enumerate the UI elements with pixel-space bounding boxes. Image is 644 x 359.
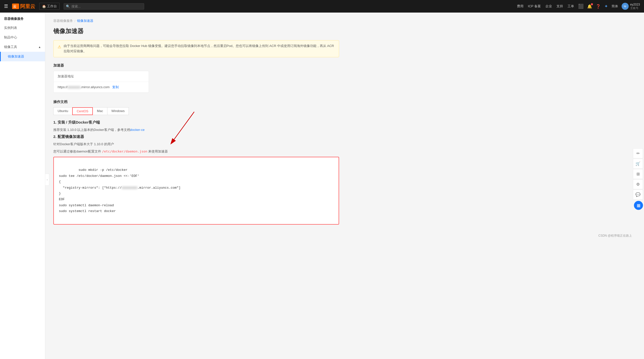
breadcrumb-sep: / (74, 19, 75, 23)
sidebar-section-title: 容器镜像服务 (0, 13, 45, 23)
float-chat-button[interactable]: 💬 (633, 189, 643, 199)
tab-centos[interactable]: CentOS (72, 107, 93, 115)
breadcrumb-current: 镜像加速器 (77, 19, 93, 23)
nav-enterprise[interactable]: 企业 (545, 4, 552, 9)
sidebar: 容器镜像服务 实例列表 制品中心 镜像工具 ▲ 镜像加速器 (0, 13, 45, 359)
float-settings-button[interactable]: ⚙ (633, 179, 643, 189)
code-block: sudo mkdir -p /etc/docker sudo tee /etc/… (53, 157, 339, 225)
chevron-up-icon: ▲ (38, 45, 41, 48)
nav-icp[interactable]: ICP 备案 (528, 4, 541, 9)
user-details: ey2023 主账号 (630, 3, 640, 10)
search-icon: 🔍 (66, 5, 70, 8)
search-input[interactable] (71, 5, 142, 8)
nav-workorder[interactable]: 工单 (568, 4, 574, 9)
language-switch[interactable]: 简体 (612, 4, 618, 9)
nav-cost[interactable]: 费用 (517, 4, 524, 9)
step2-desc2: 您可以通过修改daemon配置文件 /etc/docker/daemon.jso… (53, 149, 339, 154)
page-title: 镜像加速器 (53, 27, 339, 35)
top-nav: ☰ 云 阿里云 🏠 工作台 🔍 费用 ICP 备案 企业 支持 工单 ⬛ 🔔 ❓… (0, 0, 644, 13)
accelerator-box: 加速器地址 https://xxxxxxxx.mirror.aliyuncs.c… (53, 71, 149, 93)
sidebar-collapse-button[interactable]: ‹ (45, 174, 49, 186)
tab-mac[interactable]: Mac (93, 107, 107, 115)
monitor-icon[interactable]: ⬛ (578, 4, 584, 9)
tab-ubuntu[interactable]: Ubuntu (53, 107, 72, 115)
warning-icon: ⚠ (58, 44, 61, 50)
accelerator-section-title: 加速器 (53, 63, 339, 68)
home-icon: 🏠 (42, 5, 46, 8)
step2-desc1: 针对Docker客户端版本大于 1.10.0 的用户 (53, 142, 339, 147)
sidebar-item-instances[interactable]: 实例列表 (0, 23, 45, 33)
warning-banner: ⚠ 由于当前运营商网络问题，可能会导致您拉取 Docker Hub 镜像变慢。建… (53, 40, 339, 57)
main-content: 容器镜像服务 / 镜像加速器 镜像加速器 ⚠ 由于当前运营商网络问题，可能会导致… (45, 13, 644, 359)
warning-text: 由于当前运营商网络问题，可能会导致您拉取 Docker Hub 镜像变慢。建议您… (64, 43, 335, 54)
tabs: Ubuntu CentOS Mac Windows (53, 107, 339, 115)
user-sub: 主账号 (630, 6, 640, 10)
right-float-panel: ✏ 🛒 ⊞ ⚙ 💬 ▦ (633, 148, 644, 211)
step1-title: 1. 安装 / 升级Docker客户端 (53, 120, 339, 125)
copy-button[interactable]: 复制 (112, 85, 119, 89)
sidebar-item-accelerator[interactable]: 镜像加速器 (0, 52, 45, 61)
aliyun-logo-icon: 云 (12, 4, 19, 9)
daemon-json-path: /etc/docker/daemon.json (102, 149, 147, 153)
layout: 容器镜像服务 实例列表 制品中心 镜像工具 ▲ 镜像加速器 ‹ 容器镜像服务 /… (0, 13, 644, 359)
float-cart-button[interactable]: 🛒 (633, 159, 643, 169)
user-name: ey2023 (630, 3, 640, 6)
nav-icons: ⬛ 🔔 ❓ ✦ 简体 Ie ey2023 主账号 (578, 3, 640, 10)
breadcrumb: 容器镜像服务 / 镜像加速器 (53, 19, 339, 23)
sidebar-item-tools[interactable]: 镜像工具 ▲ (0, 42, 45, 52)
notification-dot (591, 3, 593, 5)
footer: CSDN @程序喵正在路上 (45, 231, 644, 241)
nav-links: 费用 ICP 备案 企业 支持 工单 (517, 4, 574, 9)
home-button[interactable]: 🏠 工作台 (39, 3, 60, 10)
float-grid-button[interactable]: ⊞ (633, 169, 643, 179)
bell-icon[interactable]: 🔔 (587, 4, 592, 9)
accelerator-body: https://xxxxxxxx.mirror.aliyuncs.com 复制 (54, 82, 149, 92)
step2-area: 2. 配置镜像加速器 针对Docker客户端版本大于 1.10.0 的用户 您可… (53, 134, 339, 225)
sidebar-item-registry[interactable]: 制品中心 (0, 33, 45, 42)
float-edit-button[interactable]: ✏ (633, 148, 643, 158)
logo-text: 阿里云 (20, 3, 35, 10)
accelerator-address-label: 加速器地址 (54, 71, 149, 82)
content-area: 容器镜像服务 / 镜像加速器 镜像加速器 ⚠ 由于当前运营商网络问题，可能会导致… (45, 13, 347, 231)
home-label: 工作台 (47, 4, 57, 9)
svg-text:云: 云 (13, 5, 16, 8)
logo: 云 阿里云 (12, 3, 35, 10)
search-bar[interactable]: 🔍 (64, 3, 144, 10)
float-qr-button[interactable]: ▦ (634, 201, 643, 210)
avatar: Ie (622, 3, 629, 10)
hamburger-icon[interactable]: ☰ (4, 4, 8, 9)
accelerator-url: https://xxxxxxxx.mirror.aliyuncs.com (58, 85, 110, 89)
user-info[interactable]: Ie ey2023 主账号 (622, 3, 640, 10)
help-icon[interactable]: ❓ (596, 4, 601, 9)
chevron-left-icon: ‹ (47, 178, 48, 181)
star-icon[interactable]: ✦ (604, 4, 608, 9)
step1-desc: 推荐安装 1.10.0 以上版本的Docker客户端，参考文档docker-ce (53, 127, 339, 133)
breadcrumb-parent[interactable]: 容器镜像服务 (53, 19, 73, 23)
docker-ce-link[interactable]: docker-ce (130, 128, 145, 132)
tab-windows[interactable]: Windows (107, 107, 129, 115)
nav-support[interactable]: 支持 (556, 4, 563, 9)
ops-docs-title: 操作文档 (53, 100, 339, 104)
step2-title: 2. 配置镜像加速器 (53, 134, 339, 139)
